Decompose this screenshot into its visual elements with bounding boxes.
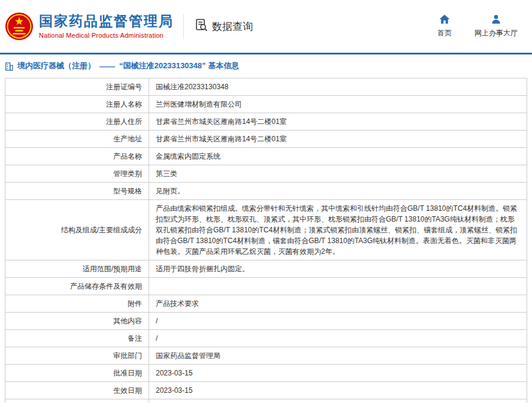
link-service-hall[interactable]: 网上办事大厅 [474, 14, 518, 38]
row-value: 产品由缆索和锁紧扣组成。缆索分带针和无针缆索，其中缆索和引线针均由符合GB/T … [149, 200, 527, 260]
row-value: 甘肃省兰州市城关区雁南路14号二楼01室 [149, 131, 527, 148]
row-value: 见附页。 [149, 183, 527, 200]
header-quick-links: 首页 网上办事大厅 [433, 14, 526, 38]
link-home[interactable]: 首页 [433, 14, 457, 38]
table-row: 有效期至2028-03-14 [5, 399, 527, 403]
row-value: 第三类 [149, 165, 527, 183]
row-label: 备注 [5, 330, 149, 347]
row-value: 国家药品监督管理局 [149, 347, 527, 365]
table-row: 注册人住所甘肃省兰州市城关区雁南路14号二楼01室 [5, 113, 527, 131]
data-query-icon [195, 18, 208, 35]
row-label: 其他内容 [5, 313, 149, 330]
table-row: 适用范围/预期用途适用于四肢骨折捆扎内固定。 [5, 260, 527, 278]
nav-data-query[interactable]: 数据查询 [195, 18, 253, 35]
table-row: 结构及组成/主要组成成分产品由缆索和锁紧扣组成。缆索分带针和无针缆索，其中缆索和… [5, 200, 527, 260]
table-row: 型号规格见附页。 [5, 183, 527, 200]
row-label: 批准日期 [5, 365, 149, 382]
site-header: 国家药品监督管理局 National Medical Products Admi… [0, 0, 532, 53]
national-emblem-icon [5, 12, 34, 41]
building-icon [5, 62, 13, 71]
row-value: 适用于四肢骨折捆扎内固定。 [149, 260, 527, 278]
row-label: 产品储存条件及有效期 [5, 278, 149, 295]
org-name-en: National Medical Products Administration [39, 32, 174, 39]
table-row: 注册人名称兰州医健增材制造有限公司 [5, 96, 527, 113]
row-label: 审批部门 [5, 347, 149, 365]
table-row: 附件产品技术要求 [5, 295, 527, 313]
row-label: 生效日期 [5, 382, 149, 399]
row-label: 附件 [5, 295, 149, 313]
home-icon [439, 14, 450, 26]
table-row: 审批部门国家药品监督管理局 [5, 347, 527, 365]
row-label: 生产地址 [5, 131, 149, 148]
row-label: 注册人名称 [5, 96, 149, 113]
row-value: 2028-03-14 [149, 399, 527, 403]
row-value: 2023-03-15 [149, 382, 527, 399]
info-table-body: 注册证编号国械注准20233130348注册人名称兰州医健增材制造有限公司注册人… [5, 78, 527, 403]
row-label: 产品名称 [5, 148, 149, 165]
row-value: 2023-03-15 [149, 365, 527, 382]
row-label: 有效期至 [5, 399, 149, 403]
row-value: / [149, 330, 527, 347]
row-label: 型号规格 [5, 183, 149, 200]
breadcrumb: 境内医疗器械（注册） —— “国械注准20233130348” 基本信息 [0, 54, 532, 77]
org-names: 国家药品监督管理局 National Medical Products Admi… [39, 14, 174, 38]
nav-data-query-label: 数据查询 [212, 20, 253, 34]
table-row: 生产地址甘肃省兰州市城关区雁南路14号二楼01室 [5, 131, 527, 148]
row-label: 结构及组成/主要组成成分 [5, 200, 149, 260]
table-row: 备注/ [5, 330, 527, 347]
person-icon [491, 14, 501, 26]
page: 国家药品监督管理局 National Medical Products Admi… [0, 0, 532, 403]
link-hall-label: 网上办事大厅 [474, 28, 518, 38]
row-value [149, 278, 527, 295]
row-label: 管理类别 [5, 165, 149, 183]
nmpa-logo[interactable]: 国家药品监督管理局 National Medical Products Admi… [5, 12, 174, 41]
breadcrumb-category[interactable]: 境内医疗器械（注册） [17, 60, 95, 71]
row-value: 甘肃省兰州市城关区雁南路14号二楼01室 [149, 113, 527, 131]
row-label: 注册人住所 [5, 113, 149, 131]
table-row: 产品名称金属缆索内固定系统 [5, 148, 527, 165]
registration-info-table: 注册证编号国械注准20233130348注册人名称兰州医健增材制造有限公司注册人… [5, 78, 527, 403]
table-row: 生效日期2023-03-15 [5, 382, 527, 399]
row-value: 产品技术要求 [149, 295, 527, 313]
row-label: 适用范围/预期用途 [5, 260, 149, 278]
page-title: “国械注准20233130348” 基本信息 [119, 60, 239, 71]
row-value: 兰州医健增材制造有限公司 [149, 96, 527, 113]
row-value: / [149, 313, 527, 330]
link-home-label: 首页 [437, 28, 452, 38]
breadcrumb-dash: —— [99, 62, 115, 71]
table-row: 其他内容/ [5, 313, 527, 330]
table-row: 管理类别第三类 [5, 165, 527, 183]
header-divider [183, 14, 184, 39]
table-row: 批准日期2023-03-15 [5, 365, 527, 382]
row-value: 金属缆索内固定系统 [149, 148, 527, 165]
table-row: 注册证编号国械注准20233130348 [5, 78, 527, 96]
row-label: 注册证编号 [5, 78, 149, 96]
table-row: 产品储存条件及有效期 [5, 278, 527, 295]
row-value: 国械注准20233130348 [149, 78, 527, 96]
org-name-cn: 国家药品监督管理局 [39, 14, 174, 29]
